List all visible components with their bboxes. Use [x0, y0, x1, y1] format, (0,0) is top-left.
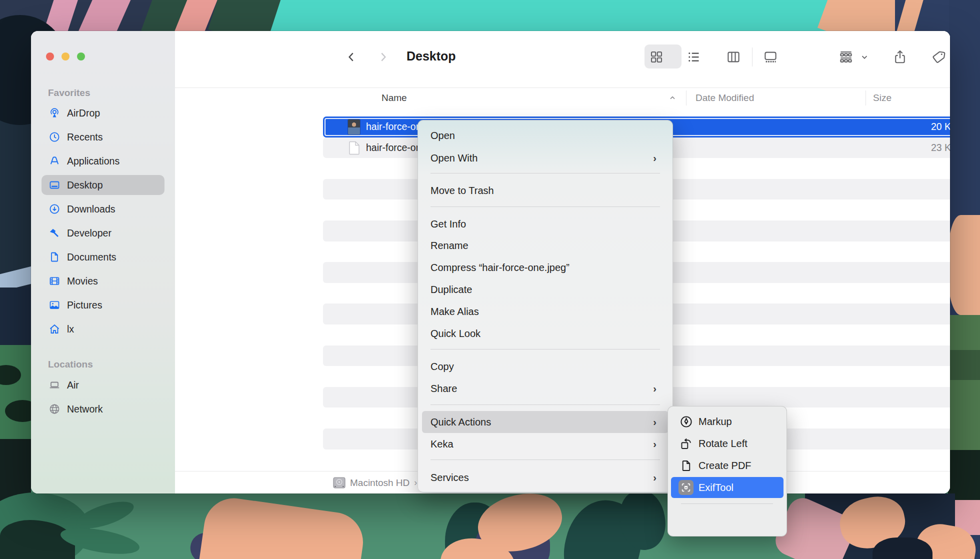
gallery-view-button[interactable]	[760, 46, 782, 68]
submenu-item-create-pdf[interactable]: Create PDF	[671, 455, 784, 476]
desktop: Favorites AirDrop Recents Applications D…	[0, 0, 980, 559]
column-divider[interactable]	[866, 90, 866, 106]
menu-item-open-with[interactable]: Open With›	[422, 147, 668, 169]
sidebar-item-documents[interactable]: Documents	[42, 247, 164, 267]
close-button[interactable]	[46, 52, 54, 60]
airdrop-icon	[48, 106, 61, 120]
submenu-item-exiftool[interactable]: ExifTool	[671, 477, 784, 498]
context-menu: Open Open With› Move to Trash Get Info R…	[418, 120, 673, 492]
sidebar-item-label: Applications	[67, 156, 120, 167]
photo-icon	[48, 298, 61, 312]
menu-divider	[430, 206, 660, 207]
sidebar-item-label: Documents	[67, 252, 116, 263]
list-header: Name Date Modified Size Kind	[175, 88, 950, 110]
menu-item-services[interactable]: Services›	[422, 466, 668, 488]
menu-item-open[interactable]: Open	[422, 124, 668, 146]
rotate-left-icon	[678, 436, 694, 451]
sidebar-item-label: Air	[67, 380, 79, 391]
sidebar-item-airdrop[interactable]: AirDrop	[42, 103, 164, 123]
menu-item-quick-actions[interactable]: Quick Actions›	[422, 411, 668, 433]
back-button[interactable]	[340, 46, 362, 68]
jpeg-thumbnail	[348, 120, 360, 134]
sidebar-item-label: Pictures	[67, 300, 102, 311]
wallpaper-shape	[948, 450, 980, 500]
sidebar: Favorites AirDrop Recents Applications D…	[31, 31, 176, 494]
wallpaper-shape	[948, 315, 980, 450]
menu-item-duplicate[interactable]: Duplicate	[422, 278, 668, 300]
sidebar-item-downloads[interactable]: Downloads	[42, 199, 164, 219]
sidebar-item-home[interactable]: lx	[42, 319, 164, 339]
wallpaper-salmon-blob	[948, 215, 980, 315]
toolbar-divider	[752, 48, 752, 66]
clock-icon	[48, 130, 61, 144]
submenu-chevron-icon: ›	[653, 152, 656, 164]
wallpaper-shape	[0, 345, 31, 440]
menu-item-share[interactable]: Share›	[422, 378, 668, 400]
file-size: 20 KB	[931, 121, 950, 132]
icon-view-button[interactable]	[646, 46, 668, 68]
sidebar-item-label: Recents	[67, 132, 103, 143]
group-by-button[interactable]	[835, 46, 857, 68]
forward-button[interactable]	[372, 46, 394, 68]
submenu-item-rotate-left[interactable]: Rotate Left	[671, 433, 784, 454]
document-file-icon	[349, 141, 360, 155]
sidebar-item-pictures[interactable]: Pictures	[42, 295, 164, 315]
menu-divider	[430, 460, 660, 460]
menu-item-make-alias[interactable]: Make Alias	[422, 300, 668, 322]
hard-drive-icon	[333, 477, 346, 488]
menu-item-compress[interactable]: Compress “hair-force-one.jpeg”	[422, 256, 668, 278]
desktop-icon	[48, 178, 61, 192]
laptop-icon	[48, 378, 61, 392]
window-title: Desktop	[406, 49, 456, 64]
group-by-chevron-icon	[857, 46, 872, 68]
submenu-chevron-icon: ›	[653, 438, 656, 450]
column-header-date-modified[interactable]: Date Modified	[696, 92, 754, 104]
path-item-macintosh-hd[interactable]: Macintosh HD	[333, 477, 410, 488]
sidebar-item-label: Desktop	[67, 180, 103, 191]
submenu-item-markup[interactable]: Markup	[671, 411, 784, 432]
path-item-label: Macintosh HD	[350, 478, 410, 488]
menu-item-get-info[interactable]: Get Info	[422, 213, 668, 235]
list-view-button[interactable]	[683, 46, 705, 68]
sidebar-item-label: AirDrop	[67, 108, 100, 119]
sidebar-item-network[interactable]: Network	[42, 399, 164, 419]
home-icon	[48, 322, 61, 336]
sidebar-item-label: lx	[67, 324, 74, 335]
submenu-chevron-icon: ›	[653, 472, 656, 484]
sidebar-item-applications[interactable]: Applications	[42, 151, 164, 171]
toolbar: Desktop	[175, 31, 950, 88]
sort-ascending-icon	[668, 94, 677, 102]
column-header-name[interactable]: Name	[382, 92, 407, 104]
sidebar-item-recents[interactable]: Recents	[42, 127, 164, 147]
sidebar-item-air[interactable]: Air	[42, 375, 164, 395]
document-icon	[48, 250, 61, 264]
column-view-button[interactable]	[722, 46, 744, 68]
menu-item-copy[interactable]: Copy	[422, 356, 668, 378]
minimize-button[interactable]	[62, 52, 70, 60]
menu-divider	[430, 173, 660, 174]
wallpaper-shape	[948, 350, 980, 380]
share-button[interactable]	[889, 46, 911, 68]
menu-divider	[681, 504, 773, 504]
sidebar-item-label: Developer	[67, 228, 112, 239]
create-pdf-icon	[678, 458, 694, 473]
film-icon	[48, 274, 61, 288]
menu-item-move-to-trash[interactable]: Move to Trash	[422, 180, 668, 202]
menu-item-keka[interactable]: Keka›	[422, 433, 668, 455]
zoom-button[interactable]	[77, 52, 85, 60]
column-header-size[interactable]: Size	[873, 92, 892, 104]
path-separator-icon: ›	[414, 478, 417, 488]
sidebar-item-developer[interactable]: Developer	[42, 223, 164, 243]
markup-icon	[678, 414, 694, 429]
column-divider[interactable]	[686, 90, 686, 106]
sidebar-item-desktop[interactable]: Desktop	[42, 175, 164, 195]
menu-item-rename[interactable]: Rename	[422, 234, 668, 256]
download-circle-icon	[48, 202, 61, 216]
wallpaper-dark-blob	[872, 538, 932, 559]
menu-item-quick-look[interactable]: Quick Look	[422, 322, 668, 344]
sidebar-item-movies[interactable]: Movies	[42, 271, 164, 291]
globe-icon	[48, 402, 61, 416]
favorites-header: Favorites	[48, 88, 90, 98]
sidebar-item-label: Movies	[67, 276, 98, 287]
tags-button[interactable]	[928, 46, 950, 68]
